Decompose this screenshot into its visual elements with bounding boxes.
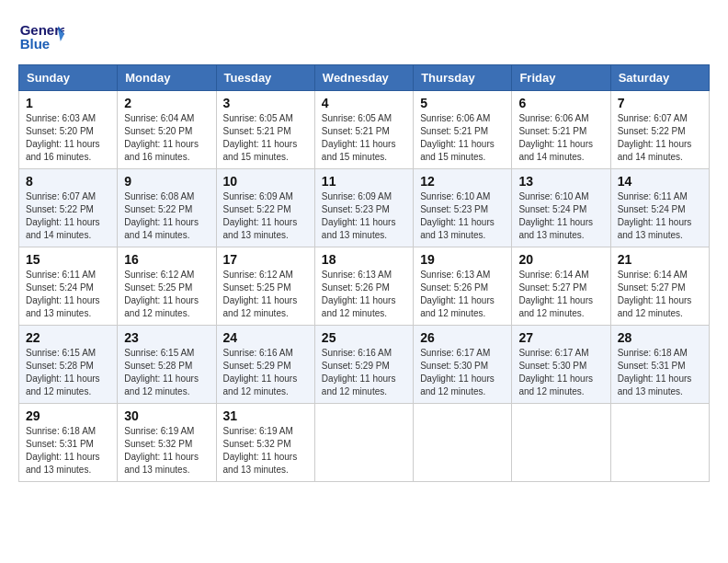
daylight-label: Daylight: 11 hours and 13 minutes. — [618, 373, 692, 396]
calendar-cell: 18 Sunrise: 6:13 AM Sunset: 5:26 PM Dayl… — [314, 247, 413, 326]
day-number: 6 — [518, 96, 603, 110]
daylight-label: Daylight: 11 hours and 13 minutes. — [518, 217, 593, 240]
daylight-label: Daylight: 11 hours and 12 minutes. — [518, 373, 593, 396]
day-number: 23 — [124, 330, 209, 345]
calendar-cell: 26 Sunrise: 6:17 AM Sunset: 5:30 PM Dayl… — [414, 326, 512, 404]
calendar-cell: 5 Sunrise: 6:06 AM Sunset: 5:21 PM Dayli… — [414, 91, 512, 169]
calendar-cell: 25 Sunrise: 6:16 AM Sunset: 5:29 PM Dayl… — [314, 326, 413, 404]
sunrise-label: Sunrise: 6:07 AM — [618, 113, 688, 123]
calendar-cell: 16 Sunrise: 6:12 AM Sunset: 5:25 PM Dayl… — [118, 247, 216, 326]
sunset-label: Sunset: 5:29 PM — [223, 361, 291, 371]
sunset-label: Sunset: 5:21 PM — [420, 126, 488, 136]
sunrise-label: Sunrise: 6:16 AM — [322, 348, 392, 358]
day-info: Sunrise: 6:15 AM Sunset: 5:28 PM Dayligh… — [26, 347, 110, 398]
day-info: Sunrise: 6:19 AM Sunset: 5:32 PM Dayligh… — [124, 425, 209, 477]
day-number: 31 — [223, 408, 308, 423]
daylight-label: Daylight: 11 hours and 12 minutes. — [26, 373, 100, 396]
sunset-label: Sunset: 5:27 PM — [618, 282, 686, 293]
day-info: Sunrise: 6:07 AM Sunset: 5:22 PM Dayligh… — [26, 190, 110, 242]
sunrise-label: Sunrise: 6:17 AM — [420, 348, 490, 358]
day-info: Sunrise: 6:11 AM Sunset: 5:24 PM Dayligh… — [618, 190, 702, 242]
sunrise-label: Sunrise: 6:11 AM — [26, 270, 96, 280]
day-number: 17 — [223, 252, 308, 267]
calendar-week-1: 1 Sunrise: 6:03 AM Sunset: 5:20 PM Dayli… — [19, 91, 710, 169]
sunset-label: Sunset: 5:28 PM — [26, 361, 94, 371]
sunset-label: Sunset: 5:28 PM — [124, 361, 192, 371]
sunset-label: Sunset: 5:26 PM — [322, 282, 390, 293]
sunrise-label: Sunrise: 6:12 AM — [124, 270, 194, 280]
daylight-label: Daylight: 11 hours and 12 minutes. — [618, 295, 692, 318]
daylight-label: Daylight: 11 hours and 12 minutes. — [420, 373, 495, 396]
sunset-label: Sunset: 5:30 PM — [420, 361, 488, 371]
sunset-label: Sunset: 5:21 PM — [518, 126, 586, 136]
daylight-label: Daylight: 11 hours and 14 minutes. — [124, 217, 199, 240]
day-number: 1 — [26, 96, 110, 110]
day-info: Sunrise: 6:14 AM Sunset: 5:27 PM Dayligh… — [518, 269, 603, 320]
sunset-label: Sunset: 5:25 PM — [223, 282, 291, 293]
sunrise-label: Sunrise: 6:08 AM — [124, 191, 194, 201]
calendar-cell — [512, 404, 610, 482]
day-info: Sunrise: 6:15 AM Sunset: 5:28 PM Dayligh… — [124, 347, 209, 398]
day-number: 27 — [518, 330, 603, 345]
sunrise-label: Sunrise: 6:10 AM — [420, 191, 490, 201]
daylight-label: Daylight: 11 hours and 13 minutes. — [26, 295, 100, 318]
calendar-cell: 11 Sunrise: 6:09 AM Sunset: 5:23 PM Dayl… — [314, 169, 413, 247]
sunset-label: Sunset: 5:22 PM — [223, 204, 291, 214]
day-info: Sunrise: 6:18 AM Sunset: 5:31 PM Dayligh… — [618, 347, 702, 398]
sunset-label: Sunset: 5:20 PM — [124, 126, 192, 136]
logo: General Blue — [18, 18, 68, 55]
daylight-label: Daylight: 11 hours and 15 minutes. — [420, 139, 495, 162]
day-info: Sunrise: 6:16 AM Sunset: 5:29 PM Dayligh… — [322, 347, 406, 398]
calendar-cell: 20 Sunrise: 6:14 AM Sunset: 5:27 PM Dayl… — [512, 247, 610, 326]
day-info: Sunrise: 6:10 AM Sunset: 5:24 PM Dayligh… — [518, 190, 603, 242]
day-info: Sunrise: 6:16 AM Sunset: 5:29 PM Dayligh… — [223, 347, 308, 398]
daylight-label: Daylight: 11 hours and 14 minutes. — [618, 139, 692, 162]
calendar-cell: 2 Sunrise: 6:04 AM Sunset: 5:20 PM Dayli… — [118, 91, 216, 169]
day-number: 25 — [322, 330, 406, 345]
daylight-label: Daylight: 11 hours and 15 minutes. — [322, 139, 396, 162]
calendar-cell: 19 Sunrise: 6:13 AM Sunset: 5:26 PM Dayl… — [414, 247, 512, 326]
calendar-header-thursday: Thursday — [414, 65, 512, 91]
sunrise-label: Sunrise: 6:15 AM — [26, 348, 96, 358]
calendar-cell: 7 Sunrise: 6:07 AM Sunset: 5:22 PM Dayli… — [610, 91, 709, 169]
daylight-label: Daylight: 11 hours and 12 minutes. — [124, 295, 199, 318]
calendar-cell: 17 Sunrise: 6:12 AM Sunset: 5:25 PM Dayl… — [216, 247, 314, 326]
day-info: Sunrise: 6:17 AM Sunset: 5:30 PM Dayligh… — [518, 347, 603, 398]
day-info: Sunrise: 6:11 AM Sunset: 5:24 PM Dayligh… — [26, 269, 110, 320]
day-info: Sunrise: 6:09 AM Sunset: 5:22 PM Dayligh… — [223, 190, 308, 242]
calendar-cell: 27 Sunrise: 6:17 AM Sunset: 5:30 PM Dayl… — [512, 326, 610, 404]
sunrise-label: Sunrise: 6:14 AM — [618, 270, 688, 280]
sunrise-label: Sunrise: 6:19 AM — [223, 426, 293, 436]
day-number: 12 — [420, 174, 505, 189]
calendar-cell: 14 Sunrise: 6:11 AM Sunset: 5:24 PM Dayl… — [610, 169, 709, 247]
sunset-label: Sunset: 5:24 PM — [518, 204, 586, 214]
sunrise-label: Sunrise: 6:13 AM — [322, 270, 392, 280]
day-info: Sunrise: 6:12 AM Sunset: 5:25 PM Dayligh… — [223, 269, 308, 320]
day-number: 10 — [223, 174, 308, 189]
calendar-cell: 4 Sunrise: 6:05 AM Sunset: 5:21 PM Dayli… — [314, 91, 413, 169]
sunrise-label: Sunrise: 6:09 AM — [322, 191, 392, 201]
day-info: Sunrise: 6:14 AM Sunset: 5:27 PM Dayligh… — [618, 269, 702, 320]
calendar-cell: 29 Sunrise: 6:18 AM Sunset: 5:31 PM Dayl… — [19, 404, 118, 482]
calendar-cell: 10 Sunrise: 6:09 AM Sunset: 5:22 PM Dayl… — [216, 169, 314, 247]
calendar-cell: 23 Sunrise: 6:15 AM Sunset: 5:28 PM Dayl… — [118, 326, 216, 404]
sunrise-label: Sunrise: 6:18 AM — [26, 426, 96, 436]
sunset-label: Sunset: 5:30 PM — [518, 361, 586, 371]
daylight-label: Daylight: 11 hours and 16 minutes. — [26, 139, 100, 162]
sunset-label: Sunset: 5:24 PM — [618, 204, 686, 214]
daylight-label: Daylight: 11 hours and 13 minutes. — [223, 452, 298, 475]
day-info: Sunrise: 6:05 AM Sunset: 5:21 PM Dayligh… — [223, 112, 308, 164]
day-number: 8 — [26, 174, 110, 189]
calendar-header-wednesday: Wednesday — [314, 65, 413, 91]
daylight-label: Daylight: 11 hours and 16 minutes. — [124, 139, 199, 162]
day-info: Sunrise: 6:13 AM Sunset: 5:26 PM Dayligh… — [420, 269, 505, 320]
calendar-cell: 15 Sunrise: 6:11 AM Sunset: 5:24 PM Dayl… — [19, 247, 118, 326]
day-number: 19 — [420, 252, 505, 267]
daylight-label: Daylight: 11 hours and 14 minutes. — [26, 217, 100, 240]
sunrise-label: Sunrise: 6:03 AM — [26, 113, 96, 123]
sunrise-label: Sunrise: 6:16 AM — [223, 348, 293, 358]
sunset-label: Sunset: 5:25 PM — [124, 282, 192, 293]
calendar-week-2: 8 Sunrise: 6:07 AM Sunset: 5:22 PM Dayli… — [19, 169, 710, 247]
daylight-label: Daylight: 11 hours and 13 minutes. — [26, 452, 100, 475]
sunset-label: Sunset: 5:27 PM — [518, 282, 586, 293]
